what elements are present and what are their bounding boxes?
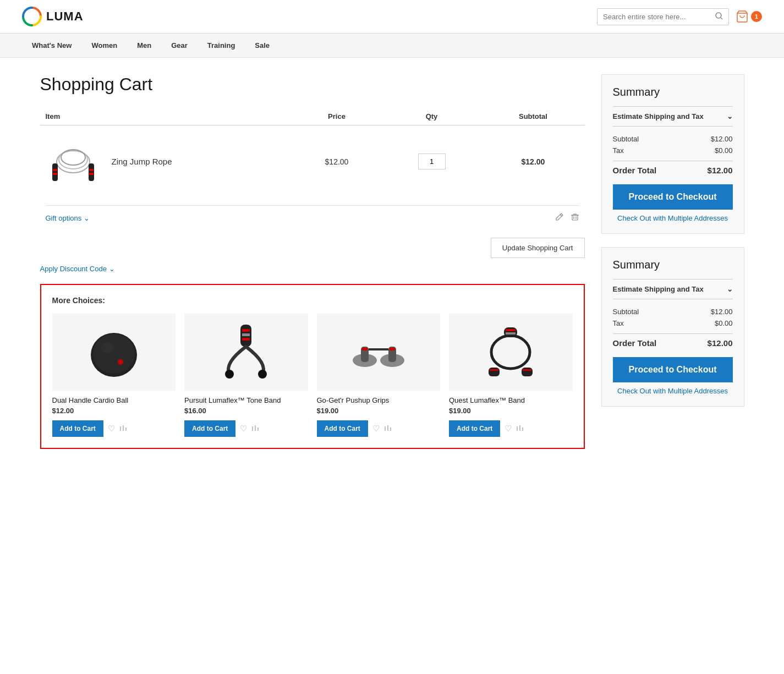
summary-box-2: Summary Estimate Shipping and Tax ⌄ Subt… bbox=[601, 247, 744, 407]
add-to-cart-btn-3[interactable]: Add to Cart bbox=[317, 420, 368, 437]
svg-rect-9 bbox=[53, 173, 57, 175]
gift-options-toggle[interactable]: Gift options ⌄ bbox=[46, 214, 90, 222]
estimate-shipping-2[interactable]: Estimate Shipping and Tax ⌄ bbox=[613, 279, 733, 299]
svg-rect-28 bbox=[242, 338, 250, 341]
add-to-cart-btn-2[interactable]: Add to Cart bbox=[184, 420, 235, 437]
pushup-grips-icon bbox=[346, 319, 412, 385]
svg-line-2 bbox=[721, 18, 722, 19]
estimate-shipping-1[interactable]: Estimate Shipping and Tax ⌄ bbox=[613, 106, 733, 127]
compare-btn-2[interactable] bbox=[251, 424, 259, 434]
col-qty: Qty bbox=[382, 108, 482, 125]
order-total-label-1: Order Total bbox=[613, 166, 657, 175]
order-total-label-2: Order Total bbox=[613, 338, 657, 348]
compare-btn-3[interactable] bbox=[384, 424, 392, 434]
svg-point-44 bbox=[491, 336, 530, 369]
subtotal-value-2: $12.00 bbox=[711, 308, 733, 316]
order-total-row-2: Order Total $12.00 bbox=[613, 333, 733, 349]
svg-rect-14 bbox=[572, 215, 578, 220]
svg-point-19 bbox=[93, 334, 135, 374]
more-choices-title: More Choices: bbox=[52, 296, 573, 305]
product-image-jumprope bbox=[46, 133, 101, 188]
nav-training[interactable]: Training bbox=[198, 34, 245, 57]
search-button[interactable] bbox=[715, 12, 723, 21]
nav-men[interactable]: Men bbox=[127, 34, 161, 57]
delete-item-button[interactable] bbox=[571, 212, 579, 223]
svg-rect-47 bbox=[506, 332, 516, 335]
compare-icon-4 bbox=[516, 424, 524, 432]
estimate-shipping-label-2: Estimate Shipping and Tax bbox=[613, 285, 704, 293]
page-title: Shopping Cart bbox=[40, 74, 585, 95]
compare-btn-1[interactable] bbox=[119, 424, 127, 434]
svg-rect-36 bbox=[362, 348, 368, 350]
checkout-button-2[interactable]: Proceed to Checkout bbox=[613, 357, 733, 382]
quest-band-icon bbox=[478, 319, 544, 385]
svg-point-30 bbox=[258, 370, 267, 379]
svg-rect-48 bbox=[489, 368, 500, 376]
tax-label-1: Tax bbox=[613, 146, 624, 155]
gift-options-label: Gift options bbox=[46, 214, 82, 222]
compare-icon-2 bbox=[251, 424, 259, 432]
multi-address-link-1[interactable]: Check Out with Multiple Addresses bbox=[613, 214, 733, 222]
svg-point-6 bbox=[61, 150, 85, 165]
compare-icon-3 bbox=[384, 424, 392, 432]
products-grid: Dual Handle Cardio Ball $12.00 Add to Ca… bbox=[52, 314, 573, 437]
checkout-button-1[interactable]: Proceed to Checkout bbox=[613, 184, 733, 210]
header-right: 1 bbox=[597, 8, 762, 25]
compare-icon-1 bbox=[119, 424, 127, 432]
col-subtotal: Subtotal bbox=[481, 108, 584, 125]
nav-women[interactable]: Women bbox=[81, 34, 127, 57]
tone-band-icon bbox=[213, 319, 279, 385]
product-price-2: $16.00 bbox=[184, 407, 308, 415]
update-cart-button[interactable]: Update Shopping Cart bbox=[491, 238, 585, 258]
svg-rect-39 bbox=[390, 348, 395, 350]
order-total-value-1: $12.00 bbox=[708, 166, 733, 175]
compare-btn-4[interactable] bbox=[516, 424, 524, 434]
product-actions-1: Add to Cart ♡ bbox=[52, 420, 176, 437]
wishlist-btn-1[interactable]: ♡ bbox=[108, 424, 115, 434]
svg-point-1 bbox=[716, 13, 721, 18]
svg-rect-10 bbox=[89, 163, 94, 181]
nav-sale[interactable]: Sale bbox=[245, 34, 279, 57]
product-subtotal: $12.00 bbox=[481, 125, 584, 198]
apply-discount-toggle[interactable]: Apply Discount Code ⌄ bbox=[40, 265, 585, 273]
product-card-2: Pursuit Lumaflex™ Tone Band $16.00 Add t… bbox=[184, 314, 308, 437]
trash-icon bbox=[571, 212, 579, 221]
add-to-cart-btn-1[interactable]: Add to Cart bbox=[52, 420, 103, 437]
order-total-value-2: $12.00 bbox=[708, 338, 733, 348]
cart-actions-cell: Gift options ⌄ bbox=[40, 198, 585, 231]
wishlist-btn-3[interactable]: ♡ bbox=[372, 424, 380, 434]
main-container: Shopping Cart Item Price Qty Subtotal bbox=[18, 58, 766, 465]
nav-whats-new[interactable]: What's New bbox=[22, 34, 81, 57]
cart-item-icons bbox=[555, 212, 579, 223]
svg-rect-46 bbox=[506, 329, 516, 331]
header: LUMA 1 bbox=[0, 0, 784, 34]
apply-discount-label: Apply Discount Code bbox=[40, 265, 107, 273]
summary-box-1: Summary Estimate Shipping and Tax ⌄ Subt… bbox=[601, 74, 744, 234]
qty-input[interactable] bbox=[418, 154, 446, 169]
estimate-shipping-label-1: Estimate Shipping and Tax bbox=[613, 112, 704, 120]
order-total-row-1: Order Total $12.00 bbox=[613, 161, 733, 177]
search-input[interactable] bbox=[603, 13, 715, 21]
product-qty-cell bbox=[382, 125, 482, 198]
wishlist-btn-2[interactable]: ♡ bbox=[240, 424, 247, 434]
nav-gear[interactable]: Gear bbox=[161, 34, 198, 57]
svg-rect-12 bbox=[89, 173, 94, 175]
product-name-1: Dual Handle Cardio Ball bbox=[52, 396, 176, 404]
multi-address-link-2[interactable]: Check Out with Multiple Addresses bbox=[613, 387, 733, 395]
cart-svg-icon bbox=[736, 10, 749, 23]
logo-area: LUMA bbox=[22, 7, 84, 26]
svg-rect-7 bbox=[52, 163, 58, 181]
wishlist-btn-4[interactable]: ♡ bbox=[505, 424, 512, 434]
product-img-pushup-grips bbox=[317, 314, 441, 391]
svg-rect-49 bbox=[490, 369, 498, 371]
cart-icon[interactable]: 1 bbox=[736, 10, 762, 23]
svg-rect-26 bbox=[242, 329, 250, 332]
edit-item-button[interactable] bbox=[555, 212, 564, 223]
add-to-cart-btn-4[interactable]: Add to Cart bbox=[449, 420, 500, 437]
product-card-3: Go-Get'r Pushup Grips $19.00 Add to Cart… bbox=[317, 314, 441, 437]
svg-rect-51 bbox=[523, 369, 531, 371]
product-name-4: Quest Lumaflex™ Band bbox=[449, 396, 573, 404]
logo-text: LUMA bbox=[46, 9, 84, 24]
search-box[interactable] bbox=[597, 8, 729, 25]
tax-value-2: $0.00 bbox=[715, 319, 733, 327]
